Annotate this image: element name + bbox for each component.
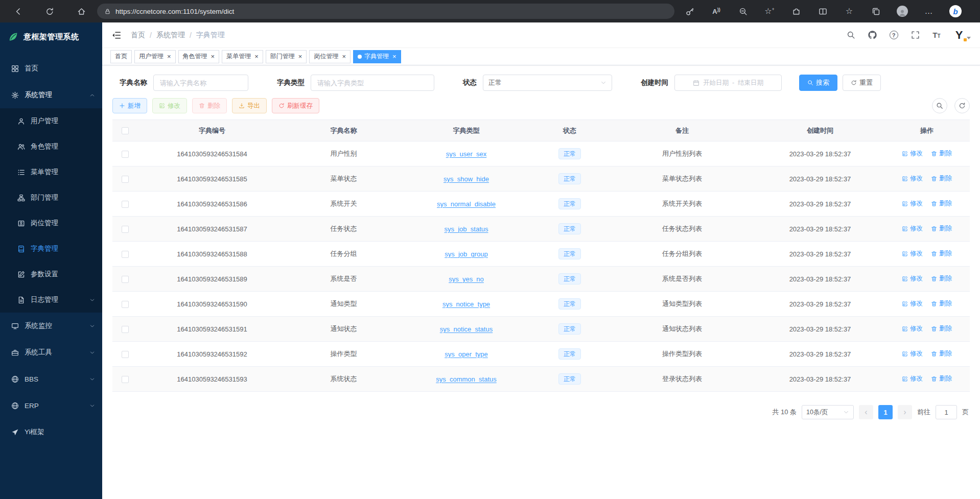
dict-type-link[interactable]: sys_notice_status [440, 325, 493, 333]
dict-type-link[interactable]: sys_oper_type [445, 350, 488, 358]
row-edit-button[interactable]: 修改 [902, 174, 923, 183]
browser-read-aloud-button[interactable]: A)) [705, 2, 728, 20]
sidebar-item-menu[interactable]: 菜单管理 [0, 159, 102, 185]
row-checkbox[interactable] [122, 376, 129, 383]
row-delete-button[interactable]: 删除 [931, 249, 952, 258]
tab-menu[interactable]: 菜单管理× [222, 50, 263, 63]
row-delete-button[interactable]: 删除 [931, 349, 952, 358]
status-select[interactable]: 正常 [483, 75, 612, 91]
row-delete-button[interactable]: 删除 [931, 374, 952, 383]
browser-back-button[interactable] [6, 2, 30, 20]
dict-type-link[interactable]: sys_user_sex [446, 150, 486, 158]
sidebar-item-log[interactable]: 日志管理 [0, 287, 102, 313]
browser-split-screen-button[interactable] [811, 2, 834, 20]
row-checkbox[interactable] [122, 351, 129, 358]
browser-collections-button[interactable] [865, 2, 887, 20]
dict-type-link[interactable]: sys_job_group [445, 250, 488, 258]
tab-close-icon[interactable]: × [254, 53, 259, 60]
row-delete-button[interactable]: 删除 [931, 199, 952, 208]
browser-key-button[interactable] [679, 2, 701, 20]
refresh-table-button[interactable] [954, 98, 970, 113]
select-all-checkbox[interactable] [122, 127, 129, 134]
browser-extensions-button[interactable] [785, 2, 807, 20]
row-checkbox[interactable] [122, 301, 129, 308]
tab-close-icon[interactable]: × [211, 53, 215, 60]
sidebar-item-yiframe[interactable]: Yi框架 [0, 419, 102, 445]
row-delete-button[interactable]: 删除 [931, 149, 952, 158]
browser-favorite-add-button[interactable]: ☆+ [758, 2, 781, 20]
row-delete-button[interactable]: 删除 [931, 299, 952, 308]
row-edit-button[interactable]: 修改 [902, 349, 923, 358]
dict-name-input[interactable] [153, 75, 248, 91]
toggle-search-button[interactable] [932, 98, 947, 113]
browser-more-button[interactable]: … [918, 2, 940, 20]
row-edit-button[interactable]: 修改 [902, 224, 923, 233]
sidebar-item-tool[interactable]: 系统工具 [0, 339, 102, 366]
dict-type-link[interactable]: sys_job_status [445, 225, 488, 233]
tab-dept[interactable]: 部门管理× [266, 50, 307, 63]
navbar-search-button[interactable] [845, 30, 856, 41]
navbar-font-size-button[interactable]: TT [931, 30, 942, 41]
dict-type-link[interactable]: sys_normal_disable [437, 200, 496, 208]
refresh-cache-button[interactable]: 刷新缓存 [272, 98, 319, 113]
export-button[interactable]: 导出 [232, 98, 267, 113]
sidebar-item-dept[interactable]: 部门管理 [0, 185, 102, 210]
user-menu[interactable]: Y [952, 29, 971, 42]
dict-type-input[interactable] [311, 75, 434, 91]
navbar-question-button[interactable]: ? [888, 30, 899, 41]
delete-button[interactable]: 删除 [192, 98, 227, 113]
row-edit-button[interactable]: 修改 [902, 274, 923, 283]
date-range-picker[interactable]: 开始日期 - 结束日期 [674, 75, 782, 91]
next-page-button[interactable]: › [898, 405, 912, 419]
row-checkbox[interactable] [122, 151, 129, 158]
row-checkbox[interactable] [122, 276, 129, 283]
tab-role[interactable]: 角色管理× [178, 50, 220, 63]
breadcrumb-item[interactable]: 系统管理 [156, 31, 185, 40]
row-edit-button[interactable]: 修改 [902, 299, 923, 308]
dict-type-link[interactable]: sys_common_status [436, 375, 497, 383]
sidebar-item-home[interactable]: 首页 [0, 55, 102, 82]
row-edit-button[interactable]: 修改 [902, 249, 923, 258]
browser-profile-button[interactable] [891, 2, 914, 20]
sidebar-item-system[interactable]: 系统管理 [0, 82, 102, 108]
tab-user[interactable]: 用户管理× [134, 50, 176, 63]
row-edit-button[interactable]: 修改 [902, 324, 923, 333]
row-checkbox[interactable] [122, 201, 129, 208]
browser-favorites-bar-button[interactable]: ☆ [838, 2, 860, 20]
search-button[interactable]: 搜索 [799, 75, 837, 91]
row-delete-button[interactable]: 删除 [931, 324, 952, 333]
row-delete-button[interactable]: 删除 [931, 224, 952, 233]
dict-type-link[interactable]: sys_yes_no [449, 275, 484, 283]
sidebar-item-bbs[interactable]: BBS [0, 366, 102, 392]
tab-close-icon[interactable]: × [167, 53, 171, 60]
row-checkbox[interactable] [122, 326, 129, 333]
page-size-select[interactable]: 10条/页 [802, 405, 854, 419]
sidebar-item-monitor[interactable]: 系统监控 [0, 313, 102, 339]
tab-home[interactable]: 首页 [110, 50, 132, 63]
sidebar-item-dict[interactable]: 字典管理 [0, 236, 102, 262]
row-delete-button[interactable]: 删除 [931, 274, 952, 283]
row-edit-button[interactable]: 修改 [902, 199, 923, 208]
sidebar-item-role[interactable]: 角色管理 [0, 134, 102, 159]
sidebar-item-user[interactable]: 用户管理 [0, 108, 102, 134]
breadcrumb-item[interactable]: 首页 [131, 31, 145, 40]
row-checkbox[interactable] [122, 251, 129, 258]
reset-button[interactable]: 重置 [843, 75, 881, 91]
row-delete-button[interactable]: 删除 [931, 174, 952, 183]
edit-button[interactable]: 修改 [152, 98, 187, 113]
goto-page-input[interactable] [936, 405, 957, 419]
row-checkbox[interactable] [122, 176, 129, 183]
row-edit-button[interactable]: 修改 [902, 374, 923, 383]
navbar-fullscreen-button[interactable] [909, 30, 921, 41]
sidebar-item-post[interactable]: 岗位管理 [0, 210, 102, 236]
browser-home-button[interactable] [69, 2, 93, 20]
app-logo[interactable]: 意框架管理系统 [0, 22, 102, 51]
address-bar[interactable]: https://ccnetcore.com:1101/system/dict [97, 4, 674, 19]
current-page-button[interactable]: 1 [878, 405, 893, 419]
tab-dict[interactable]: 字典管理× [353, 50, 401, 63]
browser-reload-button[interactable] [38, 2, 61, 20]
sidebar-item-erp[interactable]: ERP [0, 392, 102, 419]
prev-page-button[interactable]: ‹ [859, 405, 873, 419]
tab-close-icon[interactable]: × [392, 53, 396, 60]
tab-post[interactable]: 岗位管理× [309, 50, 351, 63]
